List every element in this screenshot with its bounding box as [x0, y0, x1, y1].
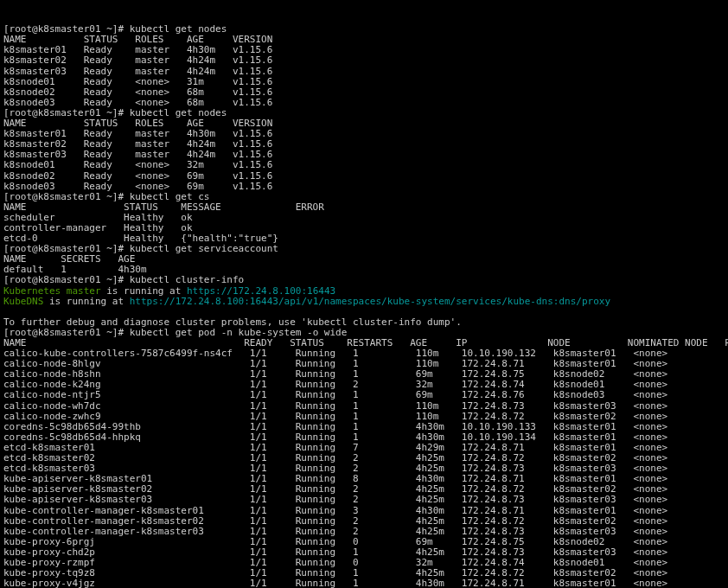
cs-row: etcd-0 Healthy {"health":"true"}	[3, 233, 278, 244]
node-row: k8snode03 Ready <none> 69m v1.15.6	[3, 181, 272, 192]
command: kubectl get nodes	[130, 107, 227, 118]
pod-row: kube-controller-manager-k8smaster03 1/1 …	[3, 526, 728, 537]
cluster-info-text: is running at	[101, 285, 187, 297]
node-row: k8smaster02 Ready master 4h24m v1.15.6	[3, 54, 272, 66]
node-row: k8smaster01 Ready master 4h30m v1.15.6	[3, 128, 272, 139]
prompt: [root@k8smaster01 ~]#	[3, 243, 130, 254]
pod-row: calico-node-k24ng 1/1 Running 2 32m 172.…	[3, 379, 728, 390]
pod-row: calico-node-zwhc9 1/1 Running 1 110m 172…	[3, 411, 728, 422]
pod-row: kube-proxy-tq9z8 1/1 Running 1 4h25m 172…	[3, 567, 728, 578]
pod-row: coredns-5c98db65d4-99thb 1/1 Running 1 4…	[3, 421, 728, 432]
pod-row: etcd-k8smaster02 1/1 Running 2 4h25m 172…	[3, 452, 728, 463]
pod-row: calico-node-ntjr5 1/1 Running 1 69m 172.…	[3, 389, 728, 400]
pod-row: kube-apiserver-k8smaster02 1/1 Running 2…	[3, 483, 728, 495]
node-row: k8smaster03 Ready master 4h24m v1.15.6	[3, 66, 272, 77]
prompt: [root@k8smaster01 ~]#	[3, 327, 130, 338]
pod-row: calico-node-h8shn 1/1 Running 1 69m 172.…	[3, 368, 728, 380]
pod-row: kube-apiserver-k8smaster03 1/1 Running 2…	[3, 494, 728, 505]
cs-header: NAME STATUS MESSAGE ERROR	[3, 201, 324, 213]
sa-row: default 1 4h30m	[3, 264, 147, 275]
pod-row: kube-controller-manager-k8smaster02 1/1 …	[3, 515, 728, 527]
pod-row: kube-proxy-rzmpf 1/1 Running 0 32m 172.2…	[3, 557, 728, 568]
pod-row: calico-node-8hlgv 1/1 Running 1 110m 172…	[3, 358, 728, 369]
cluster-info-url: https://172.24.8.100:16443	[187, 285, 335, 297]
pod-row: kube-proxy-chd2p 1/1 Running 1 4h25m 172…	[3, 546, 728, 558]
pod-row: kube-proxy-v4jgz 1/1 Running 1 4h30m 172…	[3, 578, 728, 588]
node-row: k8snode02 Ready <none> 69m v1.15.6	[3, 170, 272, 182]
pod-row: kube-apiserver-k8smaster01 1/1 Running 8…	[3, 473, 728, 484]
terminal-output[interactable]: [root@k8smaster01 ~]# kubectl get nodesN…	[3, 24, 725, 588]
pod-row: etcd-k8smaster01 1/1 Running 7 4h29m 172…	[3, 442, 728, 453]
cluster-info-url: https://172.24.8.100:16443/api/v1/namesp…	[130, 296, 610, 307]
prompt: [root@k8smaster01 ~]#	[3, 23, 130, 35]
nodes-header: NAME STATUS ROLES AGE VERSION	[3, 118, 272, 129]
nodes-header: NAME STATUS ROLES AGE VERSION	[3, 34, 272, 45]
node-row: k8snode02 Ready <none> 68m v1.15.6	[3, 86, 272, 98]
pod-row: coredns-5c98db65d4-hhpkq 1/1 Running 1 4…	[3, 431, 728, 443]
sa-header: NAME SECRETS AGE	[3, 253, 135, 265]
command: kubectl get nodes	[130, 23, 227, 35]
node-row: k8snode01 Ready <none> 32m v1.15.6	[3, 159, 272, 170]
cluster-info-km: Kubernetes master	[3, 285, 101, 297]
node-row: k8smaster02 Ready master 4h24m v1.15.6	[3, 138, 272, 150]
node-row: k8smaster01 Ready master 4h30m v1.15.6	[3, 44, 272, 55]
prompt: [root@k8smaster01 ~]#	[3, 274, 130, 285]
pod-row: calico-kube-controllers-7587c6499f-ns4cf…	[3, 348, 728, 359]
cs-row: controller-manager Healthy ok	[3, 222, 193, 233]
command: kubectl cluster-info	[130, 274, 244, 285]
pods-header: NAME READY STATUS RESTARTS AGE IP NODE N…	[3, 337, 728, 348]
cluster-info-kd: KubeDNS	[3, 296, 43, 307]
prompt: [root@k8smaster01 ~]#	[3, 191, 130, 202]
pod-row: kube-controller-manager-k8smaster01 1/1 …	[3, 505, 728, 516]
cs-row: scheduler Healthy ok	[3, 212, 193, 223]
pod-row: etcd-k8smaster03 1/1 Running 2 4h25m 172…	[3, 463, 728, 474]
command: kubectl get pod -n kube-system -o wide	[130, 327, 348, 338]
command: kubectl get cs	[130, 191, 210, 202]
cluster-info-hint: To further debug and diagnose cluster pr…	[3, 316, 462, 328]
command: kubectl get serviceaccount	[130, 243, 278, 254]
pod-row: calico-node-wh7dc 1/1 Running 1 110m 172…	[3, 400, 728, 412]
cluster-info-text: is running at	[43, 296, 129, 307]
node-row: k8smaster03 Ready master 4h24m v1.15.6	[3, 149, 272, 160]
pod-row: kube-proxy-6prgj 1/1 Running 0 69m 172.2…	[3, 536, 728, 547]
node-row: k8snode01 Ready <none> 31m v1.15.6	[3, 76, 272, 87]
prompt: [root@k8smaster01 ~]#	[3, 107, 130, 118]
node-row: k8snode03 Ready <none> 68m v1.15.6	[3, 97, 272, 108]
